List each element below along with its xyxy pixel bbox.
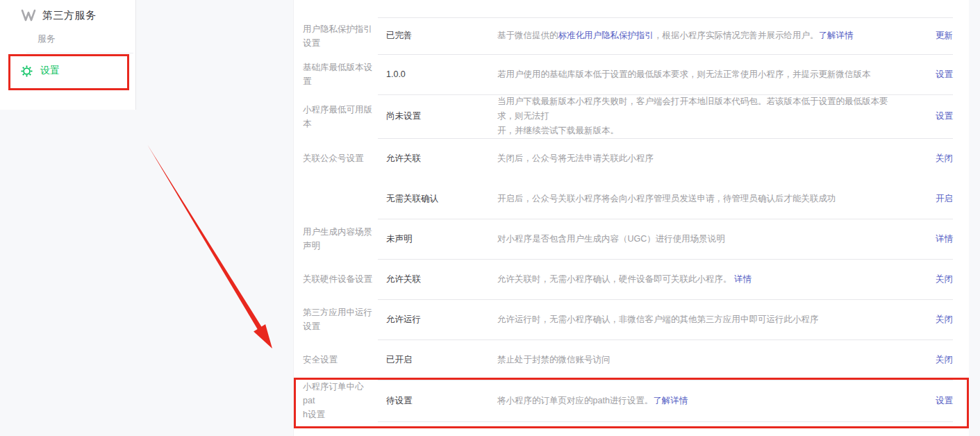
setting-label: 第三方应用中运行 设置 xyxy=(294,305,378,333)
description-text: 关闭后，公众号将无法申请关联此小程序 xyxy=(497,153,654,163)
settings-table: 用户隐私保护指引 设置 已完善 基于微信提供的标准化用户隐私保护指引，根据小程序… xyxy=(294,0,969,421)
setting-value: 待设置 xyxy=(378,395,489,407)
setting-value: 已开启 xyxy=(378,354,489,366)
sidebar-divider xyxy=(26,53,133,53)
third-party-platform-logo-icon xyxy=(21,8,36,22)
description-text: 允许关联时，无需小程序确认，硬件设备即可关联此小程序。 xyxy=(497,274,734,284)
gear-icon xyxy=(21,65,33,77)
sidebar-section-label: 服务 xyxy=(38,33,56,45)
setting-description: 允许运行时，无需小程序确认，非微信客户端的其他第三方应用中即可运行此小程序 xyxy=(489,312,905,327)
annotation-arrow xyxy=(139,137,285,360)
description-text: 基于微信提供的 xyxy=(497,31,558,40)
setting-action-link[interactable]: 设置 xyxy=(905,395,969,407)
setting-value: 已完善 xyxy=(378,30,489,42)
sidebar: 第三方服务 服务 xyxy=(0,0,136,110)
setting-label: 用户生成内容场景 声明 xyxy=(294,225,378,253)
description-inline-link[interactable]: 了解详情 xyxy=(819,31,854,40)
setting-description: 基于微信提供的标准化用户隐私保护指引，根据小程序实际情况完善并展示给用户。了解详… xyxy=(489,28,905,43)
setting-description: 禁止处于封禁的微信账号访问 xyxy=(489,353,905,367)
description-text: 将小程序的订单页对应的path进行设置。 xyxy=(497,396,653,405)
setting-description: 开启后，公众号关联小程序将会向小程序管理员发送申请，待管理员确认后才能关联成功 xyxy=(489,192,905,206)
setting-label: 基础库最低版本设 置 xyxy=(294,60,378,88)
setting-action-link[interactable]: 关闭 xyxy=(905,274,969,285)
setting-label: 关联公众号设置 xyxy=(294,151,378,165)
description-inline-link[interactable]: 了解详情 xyxy=(653,396,688,405)
table-row: 用户生成内容场景 声明 未声明 对小程序是否包含用户生成内容（UGC）进行使用场… xyxy=(294,219,969,259)
setting-description: 将小程序的订单页对应的path进行设置。了解详情 xyxy=(489,394,905,408)
setting-action-link[interactable]: 开启 xyxy=(905,193,969,205)
setting-action-link[interactable]: 关闭 xyxy=(905,314,969,326)
setting-value: 尚未设置 xyxy=(378,110,489,122)
setting-label: 用户隐私保护指引 设置 xyxy=(294,22,378,50)
sidebar-logo-row: 第三方服务 xyxy=(21,8,97,22)
table-row: 用户隐私保护指引 设置 已完善 基于微信提供的标准化用户隐私保护指引，根据小程序… xyxy=(294,17,969,54)
description-text: 当用户下载最新版本小程序失败时，客户端会打开本地旧版本代码包。若该版本低于设置的… xyxy=(497,97,888,135)
setting-action-link[interactable]: 设置 xyxy=(905,69,969,81)
setting-description: 关闭后，公众号将无法申请关联此小程序 xyxy=(489,151,905,166)
table-row: 基础库最低版本设 置 1.0.0 若用户使用的基础库版本低于设置的最低版本要求，… xyxy=(294,54,969,94)
description-inline-link[interactable]: 标准化用户隐私保护指引 xyxy=(558,31,654,40)
setting-description: 若用户使用的基础库版本低于设置的最低版本要求，则无法正常使用小程序，并提示更新微… xyxy=(489,67,905,82)
sidebar-item-settings-label: 设置 xyxy=(40,65,60,77)
setting-label: 小程序订单中心pat h设置 xyxy=(294,380,378,421)
table-row: 关联公众号设置 允许关联 关闭后，公众号将无法申请关联此小程序 关闭 xyxy=(294,138,969,178)
description-text: ，根据小程序实际情况完善并展示给用户。 xyxy=(654,31,819,40)
setting-description: 对小程序是否包含用户生成内容（UGC）进行使用场景说明 xyxy=(489,232,905,246)
description-text: 允许运行时，无需小程序确认，非微信客户端的其他第三方应用中即可运行此小程序 xyxy=(497,315,819,324)
setting-label: 小程序最低可用版 本 xyxy=(294,103,378,131)
table-row: 小程序订单中心pat h设置 待设置 将小程序的订单页对应的path进行设置。了… xyxy=(294,380,969,421)
description-text: 开启后，公众号关联小程序将会向小程序管理员发送申请，待管理员确认后才能关联成功 xyxy=(497,194,836,203)
table-row: 无需关联确认 开启后，公众号关联小程序将会向小程序管理员发送申请，待管理员确认后… xyxy=(294,178,969,219)
setting-action-link[interactable]: 关闭 xyxy=(905,354,969,366)
table-row: 第三方应用中运行 设置 允许运行 允许运行时，无需小程序确认，非微信客户端的其他… xyxy=(294,299,969,339)
setting-action-link[interactable]: 设置 xyxy=(905,110,969,122)
setting-value: 允许关联 xyxy=(378,153,489,165)
setting-value: 允许关联 xyxy=(378,274,489,285)
table-row: 安全设置 已开启 禁止处于封禁的微信账号访问 关闭 xyxy=(294,339,969,380)
setting-value: 1.0.0 xyxy=(378,69,489,79)
setting-description: 当用户下载最新版本小程序失败时，客户端会打开本地旧版本代码包。若该版本低于设置的… xyxy=(489,94,905,138)
description-inline-link[interactable]: 详情 xyxy=(734,274,751,284)
setting-label: 安全设置 xyxy=(294,353,378,367)
sidebar-item-settings[interactable]: 设置 xyxy=(21,65,60,77)
table-row: 关联硬件设备设置 允许关联 允许关联时，无需小程序确认，硬件设备即可关联此小程序… xyxy=(294,259,969,299)
sidebar-title: 第三方服务 xyxy=(42,9,97,22)
description-text: 若用户使用的基础库版本低于设置的最低版本要求，则无法正常使用小程序，并提示更新微… xyxy=(497,69,871,79)
description-text: 禁止处于封禁的微信账号访问 xyxy=(497,355,611,364)
setting-action-link[interactable]: 详情 xyxy=(905,233,969,245)
description-text: 对小程序是否包含用户生成内容（UGC）进行使用场景说明 xyxy=(497,234,725,244)
setting-action-link[interactable]: 关闭 xyxy=(905,153,969,165)
main-content: 用户隐私保护指引 设置 已完善 基于微信提供的标准化用户隐私保护指引，根据小程序… xyxy=(293,0,969,436)
setting-value: 允许运行 xyxy=(378,314,489,326)
setting-description: 允许关联时，无需小程序确认，硬件设备即可关联此小程序。 详情 xyxy=(489,272,905,287)
setting-value: 未声明 xyxy=(378,233,489,245)
setting-label: 关联硬件设备设置 xyxy=(294,272,378,286)
table-row: 小程序最低可用版 本 尚未设置 当用户下载最新版本小程序失败时，客户端会打开本地… xyxy=(294,94,969,138)
setting-value: 无需关联确认 xyxy=(378,193,489,205)
table-bottom-divider xyxy=(294,421,969,422)
setting-action-link[interactable]: 更新 xyxy=(905,30,969,42)
